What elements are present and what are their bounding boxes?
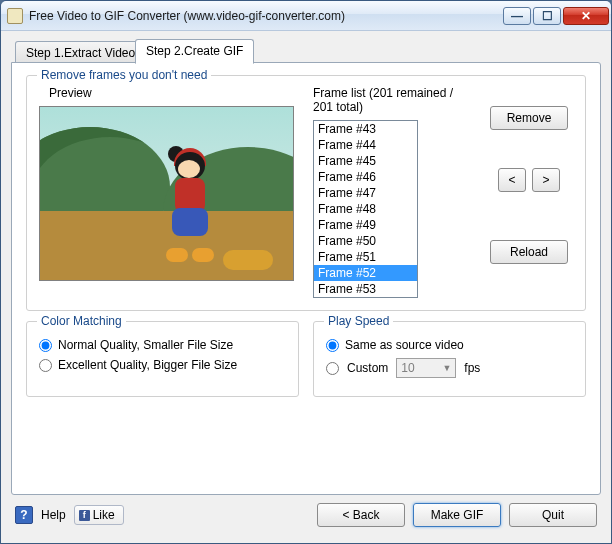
radio-same-speed-label: Same as source video xyxy=(345,338,464,352)
radio-normal-quality[interactable]: Normal Quality, Smaller File Size xyxy=(39,338,286,352)
remove-frames-group: Remove frames you don't need Preview Fra… xyxy=(26,75,586,311)
back-button[interactable]: < Back xyxy=(317,503,405,527)
footer-bar: ? Help f Like < Back Make GIF Quit xyxy=(11,495,601,535)
chevron-down-icon: ▼ xyxy=(442,363,451,373)
help-label: Help xyxy=(41,508,66,522)
tab-step1[interactable]: Step 1.Extract Video xyxy=(15,41,146,63)
remove-button[interactable]: Remove xyxy=(490,106,568,130)
fps-unit: fps xyxy=(464,361,480,375)
frame-list-item[interactable]: Frame #53 xyxy=(314,281,417,297)
radio-same-speed[interactable]: Same as source video xyxy=(326,338,573,352)
facebook-like-label: Like xyxy=(93,508,115,522)
frame-listbox[interactable]: Frame #43Frame #44Frame #45Frame #46Fram… xyxy=(313,120,418,298)
radio-same-speed-input[interactable] xyxy=(326,339,339,352)
frame-list-item[interactable]: Frame #52 xyxy=(314,265,417,281)
frame-list-item[interactable]: Frame #45 xyxy=(314,153,417,169)
frame-list-item[interactable]: Frame #47 xyxy=(314,185,417,201)
preview-image xyxy=(39,106,294,281)
radio-normal-quality-label: Normal Quality, Smaller File Size xyxy=(58,338,233,352)
tab-step2[interactable]: Step 2.Create GIF xyxy=(135,39,254,64)
frame-list-label: Frame list (201 remained / 201 total) xyxy=(313,86,475,114)
quit-button[interactable]: Quit xyxy=(509,503,597,527)
tab-panel-step2: Remove frames you don't need Preview Fra… xyxy=(11,62,601,495)
radio-excellent-quality-input[interactable] xyxy=(39,359,52,372)
app-icon xyxy=(7,8,23,24)
frame-list-item[interactable]: Frame #43 xyxy=(314,121,417,137)
preview-column: Preview xyxy=(39,86,299,298)
fps-value: 10 xyxy=(401,361,414,375)
frame-list-item[interactable]: Frame #48 xyxy=(314,201,417,217)
facebook-like-button[interactable]: f Like xyxy=(74,505,124,525)
fps-combo[interactable]: 10 ▼ xyxy=(396,358,456,378)
play-speed-legend: Play Speed xyxy=(324,314,393,328)
frame-list-item[interactable]: Frame #44 xyxy=(314,137,417,153)
radio-excellent-quality-label: Excellent Quality, Bigger File Size xyxy=(58,358,237,372)
client-area: Step 1.Extract Video Step 2.Create GIF R… xyxy=(1,31,611,543)
app-window: Free Video to GIF Converter (www.video-g… xyxy=(0,0,612,544)
preview-label: Preview xyxy=(49,86,299,100)
radio-custom-speed-label: Custom xyxy=(347,361,388,375)
minimize-button[interactable]: — xyxy=(503,7,531,25)
radio-normal-quality-input[interactable] xyxy=(39,339,52,352)
facebook-icon: f xyxy=(79,510,90,521)
frame-list-item[interactable]: Frame #46 xyxy=(314,169,417,185)
reload-button[interactable]: Reload xyxy=(490,240,568,264)
radio-custom-speed-input[interactable] xyxy=(326,362,339,375)
color-matching-group: Color Matching Normal Quality, Smaller F… xyxy=(26,321,299,397)
window-title: Free Video to GIF Converter (www.video-g… xyxy=(29,9,503,23)
color-matching-legend: Color Matching xyxy=(37,314,126,328)
help-icon[interactable]: ? xyxy=(15,506,33,524)
make-gif-button[interactable]: Make GIF xyxy=(413,503,501,527)
play-speed-group: Play Speed Same as source video Custom 1… xyxy=(313,321,586,397)
tab-strip: Step 1.Extract Video Step 2.Create GIF xyxy=(11,39,601,63)
next-frame-button[interactable]: > xyxy=(532,168,560,192)
maximize-button[interactable]: ☐ xyxy=(533,7,561,25)
titlebar[interactable]: Free Video to GIF Converter (www.video-g… xyxy=(1,1,611,31)
frame-list-item[interactable]: Frame #54 xyxy=(314,297,417,298)
close-button[interactable]: ✕ xyxy=(563,7,609,25)
frame-list-item[interactable]: Frame #49 xyxy=(314,217,417,233)
radio-excellent-quality[interactable]: Excellent Quality, Bigger File Size xyxy=(39,358,286,372)
prev-frame-button[interactable]: < xyxy=(498,168,526,192)
remove-frames-legend: Remove frames you don't need xyxy=(37,68,211,82)
frame-list-item[interactable]: Frame #50 xyxy=(314,233,417,249)
frame-list-item[interactable]: Frame #51 xyxy=(314,249,417,265)
